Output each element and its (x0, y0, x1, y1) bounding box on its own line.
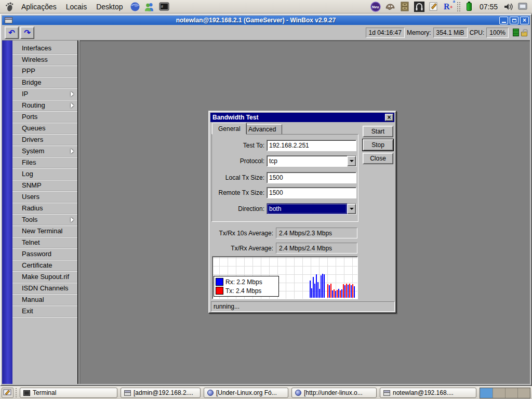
undo-button[interactable]: ↶ (5, 26, 19, 39)
sidebar-item-certificate[interactable]: Certificate (12, 260, 77, 271)
rx-bar (316, 274, 317, 298)
volume-icon[interactable] (502, 1, 514, 12)
remote-tx-size-field[interactable] (267, 187, 356, 198)
avg10-display: 2.4 Mbps/2.3 Mbps (276, 228, 357, 238)
sidebar-item-snmp[interactable]: SNMP (12, 180, 77, 191)
r-plus-icon[interactable]: Ra+ (443, 1, 454, 12)
text-editor-icon[interactable] (428, 1, 440, 12)
menu-desktop[interactable]: Desktop (91, 1, 127, 13)
task-button-label: notewlan@192.168.... (393, 389, 454, 396)
workspace-1[interactable] (480, 388, 493, 398)
sidebar-item-label: Telnet (22, 238, 74, 246)
sidebar-item-log[interactable]: Log (12, 168, 77, 180)
test-to-field[interactable] (267, 140, 356, 151)
dialog-close-button[interactable]: × (385, 114, 393, 121)
display-icon[interactable] (517, 1, 528, 12)
workspace-2[interactable] (493, 388, 505, 398)
sidebar-item-telnet[interactable]: Telnet (12, 237, 77, 248)
stop-button[interactable]: Stop (363, 139, 393, 151)
sidebar-item-password[interactable]: Password (12, 248, 77, 260)
sidebar-item-manual[interactable]: Manual (12, 294, 77, 305)
web-browser-icon[interactable] (129, 1, 141, 12)
sidebar-item-label: Exit (22, 307, 74, 315)
nvu-icon[interactable]: Nvu (370, 1, 381, 12)
tx-bar (349, 284, 350, 298)
direction-dropdown[interactable]: both (267, 203, 356, 215)
gnome-logo-icon[interactable] (4, 1, 15, 12)
workspace-switcher (480, 388, 530, 398)
close-button[interactable]: × (520, 17, 529, 24)
tx-bar (337, 290, 338, 298)
test-to-input[interactable] (267, 140, 356, 151)
legend-tx-row: Tx: 2.4 Mbps (216, 287, 277, 295)
instant-messenger-icon[interactable] (144, 1, 155, 12)
protocol-dropdown-arrow-icon[interactable] (347, 156, 356, 166)
rx-bar (317, 282, 318, 298)
sidebar-item-label: Users (22, 193, 74, 201)
menu-applications[interactable]: Aplicações (17, 1, 61, 13)
tab-general[interactable]: General (212, 123, 247, 135)
svg-text:Nvu: Nvu (372, 5, 379, 9)
sidebar-item-exit[interactable]: Exit (12, 305, 77, 317)
rx-bar (319, 289, 320, 298)
task-button-under-linux-org-f[interactable]: [Under-Linux.org Fó... (204, 388, 288, 398)
task-button-http-under-linux-o[interactable]: [http://under-linux.o... (291, 388, 377, 398)
sidebar-item-ip[interactable]: IP (12, 88, 77, 100)
sidebar-item-ppp[interactable]: PPP (12, 65, 77, 77)
sidebar-item-bridge[interactable]: Bridge (12, 77, 77, 88)
sidebar-item-wireless[interactable]: Wireless (12, 54, 77, 65)
sidebar-item-new-terminal[interactable]: New Terminal (12, 225, 77, 237)
menu-places[interactable]: Locais (61, 1, 91, 13)
sidebar-item-make-supout-rif[interactable]: Make Supout.rif (12, 271, 77, 283)
sidebar-item-tools[interactable]: Tools (12, 214, 77, 225)
local-tx-size-field[interactable] (267, 172, 356, 183)
show-desktop-button[interactable] (2, 388, 14, 398)
redo-button[interactable]: ↷ (20, 26, 34, 39)
sidebar-item-files[interactable]: Files (12, 157, 77, 168)
sidebar-item-queues[interactable]: Queues (12, 123, 77, 134)
direction-dropdown-arrow-icon[interactable] (347, 204, 356, 214)
rx-bar (354, 286, 355, 298)
terminal-icon (23, 390, 30, 396)
local-tx-size-input[interactable] (267, 172, 356, 183)
workspace-4[interactable] (517, 388, 530, 398)
task-button-list: Terminal[admin@192.168.2....[Under-Linux… (20, 388, 480, 398)
terminal-launcher-icon[interactable]: # (158, 1, 170, 12)
maximize-button[interactable] (510, 17, 518, 24)
taskbar-handle[interactable] (15, 388, 18, 398)
tx-bar (343, 284, 344, 298)
sidebar-item-label: Manual (22, 296, 74, 303)
battery-icon[interactable] (463, 1, 475, 12)
sidebar-item-interfaces[interactable]: Interfaces (12, 43, 77, 54)
remote-tx-size-input[interactable] (267, 188, 356, 198)
sidebar-item-radius[interactable]: Radius (12, 203, 77, 214)
sidebar-item-label: Radius (22, 204, 74, 212)
audio-player-icon[interactable] (414, 1, 425, 12)
file-cabinet-icon[interactable] (399, 1, 410, 12)
close-action-button[interactable]: Close (363, 153, 393, 164)
protocol-dropdown[interactable]: tcp (267, 155, 356, 167)
avg10-label: Tx/Rx 10s Average: (213, 230, 273, 237)
rx-bar (313, 277, 314, 298)
sidebar-item-label: System (22, 147, 71, 155)
sidebar-item-drivers[interactable]: Drivers (12, 134, 77, 145)
sidebar-item-system[interactable]: System (12, 145, 77, 157)
start-button[interactable]: Start (363, 126, 393, 137)
gimp-icon[interactable] (384, 1, 396, 12)
workspace-3[interactable] (505, 388, 517, 398)
tx-bar (346, 284, 347, 298)
sidebar-item-label: Wireless (22, 56, 74, 63)
task-button-admin-192-168-2[interactable]: [admin@192.168.2.... (121, 388, 201, 398)
sidebar-item-users[interactable]: Users (12, 191, 77, 203)
tx-color-swatch (216, 287, 223, 295)
tab-advanced[interactable]: Advanced (242, 124, 282, 135)
task-button-notewlan-192-168[interactable]: notewlan@192.168.... (380, 388, 476, 398)
task-button-terminal[interactable]: Terminal (20, 388, 117, 398)
sidebar-item-isdn-channels[interactable]: ISDN Channels (12, 283, 77, 294)
sidebar-item-routing[interactable]: Routing (12, 100, 77, 111)
sidebar-item-ports[interactable]: Ports (12, 111, 77, 123)
minimize-button[interactable] (499, 17, 508, 24)
winbox-titlebar[interactable]: notewlan@192.168.2.1 (GameServer) - WinB… (2, 16, 530, 25)
dialog-titlebar[interactable]: Bandwidth Test × (210, 113, 394, 122)
sidebar-menu: InterfacesWirelessPPPBridgeIPRoutingPort… (12, 41, 78, 384)
